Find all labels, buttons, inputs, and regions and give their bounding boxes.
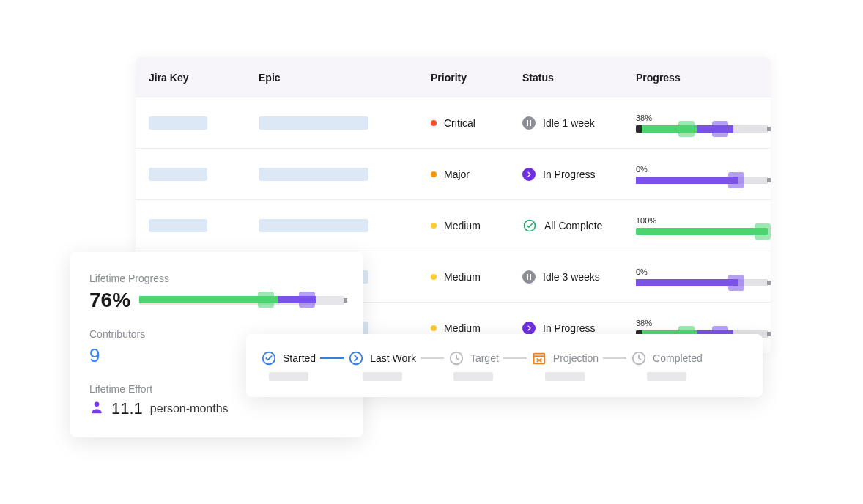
priority-dot-icon <box>431 274 437 280</box>
cell-jira-key <box>136 116 245 130</box>
check-circle-icon <box>522 218 537 233</box>
col-header-epic[interactable]: Epic <box>245 57 418 97</box>
progress-cell: 100% <box>636 216 758 235</box>
col-header-status[interactable]: Status <box>509 57 623 97</box>
timeline-step[interactable]: Last Work <box>348 350 416 381</box>
timeline-step[interactable]: Started <box>261 350 316 381</box>
priority-label: Major <box>444 168 470 180</box>
cell-epic <box>245 219 418 232</box>
progress-percent: 38% <box>636 319 758 327</box>
chevron-circle-icon <box>348 350 364 366</box>
status-label: In Progress <box>543 322 596 334</box>
clock-icon <box>631 350 647 366</box>
skeleton-placeholder <box>545 372 585 381</box>
cell-progress: 100% <box>623 216 771 235</box>
cell-status: All Complete <box>509 218 623 233</box>
cell-progress: 0% <box>623 267 771 286</box>
status-label: Idle 3 weeks <box>543 271 600 283</box>
timeline-step-label: Last Work <box>370 352 416 364</box>
col-header-jira-key[interactable]: Jira Key <box>136 57 245 97</box>
status-label: In Progress <box>543 168 596 180</box>
col-header-priority[interactable]: Priority <box>418 57 509 97</box>
timeline-step-label: Target <box>470 352 499 364</box>
cell-priority: Medium <box>418 220 509 231</box>
skeleton-placeholder <box>149 116 207 130</box>
svg-rect-3 <box>527 274 528 280</box>
clock-icon <box>448 350 464 366</box>
priority-label: Medium <box>444 271 481 283</box>
timeline-step[interactable]: Completed <box>631 350 703 381</box>
pause-icon <box>522 116 536 130</box>
progress-bar <box>636 177 768 184</box>
priority-dot-icon <box>431 325 437 331</box>
cell-status: Idle 1 week <box>509 116 623 130</box>
progress-percent: 100% <box>636 216 758 225</box>
cell-epic <box>245 116 418 130</box>
svg-rect-0 <box>527 120 528 126</box>
priority-label: Medium <box>444 220 481 231</box>
progress-cell: 0% <box>636 267 758 286</box>
priority-dot-icon <box>431 171 437 177</box>
col-header-progress[interactable]: Progress <box>623 57 771 97</box>
timeline-connector <box>503 357 527 359</box>
play-icon <box>522 322 536 335</box>
progress-bar <box>636 125 768 133</box>
priority-dot-icon <box>431 223 437 229</box>
priority-label: Medium <box>444 322 481 334</box>
svg-rect-4 <box>530 274 531 280</box>
progress-cell: 38% <box>636 114 758 133</box>
timeline-connector <box>320 357 344 359</box>
timeline-step-label: Completed <box>653 352 703 364</box>
calendar-x-icon <box>531 350 547 366</box>
cell-priority: Medium <box>418 271 509 283</box>
svg-point-5 <box>95 402 100 407</box>
cell-progress: 0% <box>623 165 771 184</box>
skeleton-placeholder <box>259 219 368 232</box>
cell-priority: Critical <box>418 117 509 129</box>
skeleton-placeholder <box>259 116 368 130</box>
cell-progress: 38% <box>623 114 771 133</box>
skeleton-placeholder <box>269 372 308 381</box>
cell-jira-key <box>136 168 245 181</box>
timeline-step[interactable]: Target <box>448 350 499 381</box>
timeline-card: Started Last Work Target Projection Comp… <box>246 334 763 397</box>
cell-status: In Progress <box>509 168 623 181</box>
svg-point-7 <box>350 352 363 365</box>
cell-epic <box>245 168 418 181</box>
pause-icon <box>522 270 536 284</box>
lifetime-progress-value: 76% <box>89 289 130 312</box>
skeleton-placeholder <box>363 372 402 381</box>
svg-rect-9 <box>533 354 544 364</box>
play-icon <box>522 168 536 181</box>
progress-cell: 0% <box>636 165 758 184</box>
progress-percent: 38% <box>636 114 758 122</box>
table-row[interactable]: Medium All Complete 100% <box>136 199 771 251</box>
cell-status: In Progress <box>509 322 623 335</box>
cell-status: Idle 3 weeks <box>509 270 623 284</box>
progress-bar <box>636 228 768 235</box>
timeline-step[interactable]: Projection <box>531 350 599 381</box>
timeline-step-label: Started <box>283 352 316 364</box>
table-header-row: Jira Key Epic Priority Status Progress <box>136 57 771 97</box>
table-row[interactable]: Critical Idle 1 week 38% <box>136 97 771 148</box>
cell-priority: Medium <box>418 322 509 334</box>
skeleton-placeholder <box>149 219 207 232</box>
person-icon <box>89 400 104 418</box>
check-circle-icon <box>261 350 277 366</box>
timeline-connector <box>603 357 626 359</box>
lifetime-progress-label: Lifetime Progress <box>89 273 344 284</box>
progress-bar <box>636 279 768 286</box>
skeleton-placeholder <box>149 168 207 181</box>
skeleton-placeholder <box>647 372 686 381</box>
priority-dot-icon <box>431 120 437 126</box>
cell-priority: Major <box>418 168 509 180</box>
svg-rect-1 <box>530 120 531 126</box>
status-label: All Complete <box>544 220 602 231</box>
cell-jira-key <box>136 219 245 232</box>
table-row[interactable]: Major In Progress 0% <box>136 148 771 199</box>
lifetime-effort-unit: person-months <box>150 402 229 415</box>
lifetime-progress-bar <box>139 296 344 305</box>
timeline-step-label: Projection <box>553 352 599 364</box>
timeline-connector <box>421 357 444 359</box>
status-label: Idle 1 week <box>543 117 595 129</box>
